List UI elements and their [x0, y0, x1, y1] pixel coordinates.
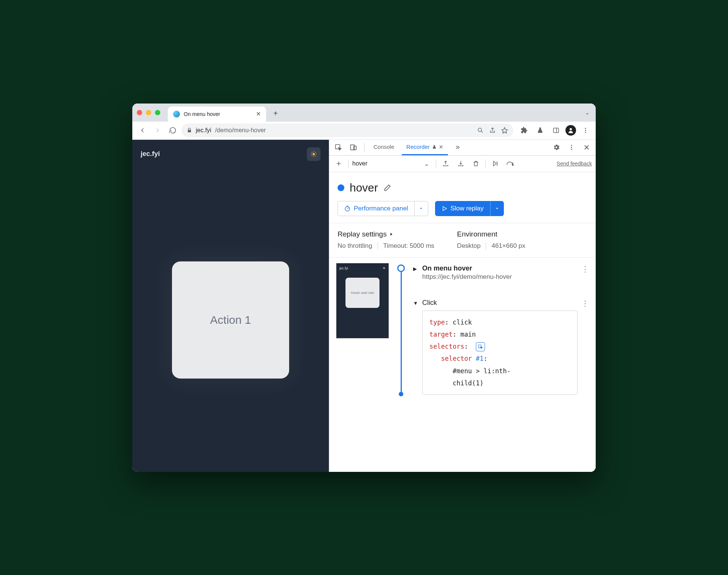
- rendered-page: jec.fyi Action 1: [132, 140, 329, 472]
- viewport-value: 461×660 px: [491, 242, 525, 250]
- tab-active[interactable]: On menu hover ✕: [168, 107, 266, 122]
- close-window-icon[interactable]: [137, 110, 142, 115]
- slow-replay-button[interactable]: Slow replay: [435, 201, 490, 216]
- toolbar-right: [516, 124, 592, 137]
- recording-title: hover: [350, 181, 378, 194]
- zoom-icon[interactable]: [477, 127, 484, 134]
- selector-picker-icon[interactable]: [476, 342, 485, 351]
- recording-selector[interactable]: hover ⌄: [352, 160, 432, 167]
- inspect-element-icon[interactable]: [332, 141, 344, 153]
- devtools-panel: Console Recorder ✕ hover ⌄: [329, 140, 596, 472]
- more-tabs-icon[interactable]: [451, 141, 463, 153]
- import-icon[interactable]: [455, 158, 466, 169]
- sidepanel-icon[interactable]: [550, 124, 562, 137]
- profile-avatar[interactable]: [565, 125, 576, 136]
- step-click-details: type: click target: main selectors: sele…: [422, 311, 578, 395]
- timeline-dot-icon: [399, 392, 403, 396]
- svg-point-0: [478, 128, 482, 131]
- device-value: Desktop: [457, 242, 480, 250]
- replay-dropdown[interactable]: [490, 201, 504, 216]
- svg-point-3: [585, 128, 586, 129]
- caret-right-icon: ▶: [413, 264, 418, 272]
- forward-button[interactable]: [151, 124, 164, 137]
- action-card[interactable]: Action 1: [172, 261, 289, 379]
- tab-console[interactable]: Console: [369, 140, 399, 155]
- step-menu-icon[interactable]: ⋮: [581, 264, 589, 274]
- svg-point-12: [571, 149, 572, 150]
- minimize-window-icon[interactable]: [146, 110, 151, 115]
- devtools-tabs: Console Recorder ✕: [329, 140, 596, 156]
- settings-section: Replay settings No throttling Timeout: 5…: [329, 223, 596, 258]
- performance-button-group: Performance panel: [338, 201, 428, 216]
- svg-point-13: [512, 164, 513, 165]
- timeline-start-icon: [397, 264, 405, 272]
- theme-toggle-button[interactable]: [307, 147, 321, 161]
- performance-panel-button[interactable]: Performance panel: [338, 201, 415, 216]
- share-icon[interactable]: [489, 127, 496, 134]
- step-navigation[interactable]: ▶ On menu hover https://jec.fyi/demo/men…: [413, 263, 589, 282]
- omnibox-actions: [477, 127, 508, 134]
- close-devtools-icon[interactable]: [581, 141, 593, 153]
- svg-point-2: [570, 128, 572, 130]
- bookmark-icon[interactable]: [501, 127, 508, 134]
- steps-section: jec.fyi☀ Hover over me! ▶ On menu hover: [329, 258, 596, 472]
- throttling-value: No throttling: [338, 242, 372, 250]
- performance-dropdown[interactable]: [415, 201, 428, 216]
- environment-heading: Environment: [457, 230, 525, 238]
- labs-icon[interactable]: [534, 124, 547, 137]
- site-brand: jec.fyi: [141, 150, 160, 158]
- replay-settings-heading[interactable]: Replay settings: [338, 230, 434, 238]
- extensions-icon[interactable]: [518, 124, 531, 137]
- step-menu-icon[interactable]: ⋮: [581, 299, 589, 308]
- svg-point-6: [313, 153, 315, 155]
- continue-icon[interactable]: [505, 158, 516, 169]
- browser-toolbar: jec.fyi/demo/menu-hover: [132, 122, 596, 140]
- browser-window: On menu hover ✕ + ⌄ jec.fyi/demo/menu-ho…: [132, 104, 596, 472]
- timeout-value: Timeout: 5000 ms: [383, 242, 434, 250]
- svg-point-5: [585, 132, 586, 133]
- tabs-dropdown-icon[interactable]: ⌄: [585, 110, 590, 116]
- delete-icon[interactable]: [470, 158, 482, 169]
- send-feedback-link[interactable]: Send feedback: [557, 161, 592, 167]
- url-domain: jec.fyi: [196, 127, 211, 134]
- reload-button[interactable]: [166, 124, 179, 137]
- chrome-menu-icon[interactable]: [579, 124, 592, 137]
- recorder-toolbar: hover ⌄ Send feedback: [329, 156, 596, 172]
- url-path: /demo/menu-hover: [215, 127, 266, 134]
- lock-icon: [187, 128, 192, 133]
- edit-title-icon[interactable]: [383, 184, 392, 192]
- screenshot-thumbnail[interactable]: jec.fyi☀ Hover over me!: [336, 263, 389, 339]
- page-header: jec.fyi: [132, 140, 329, 168]
- tab-strip: On menu hover ✕ + ⌄: [132, 104, 596, 122]
- step-icon[interactable]: [489, 158, 501, 169]
- content-split: jec.fyi Action 1 Console Recorder ✕: [132, 140, 596, 472]
- replay-button-group: Slow replay: [435, 201, 504, 216]
- step-nav-url: https://jec.fyi/demo/menu-hover: [422, 273, 578, 281]
- close-panel-icon[interactable]: ✕: [439, 144, 443, 150]
- step-click[interactable]: ▼ Click type: click target: main selecto…: [413, 297, 589, 397]
- svg-point-4: [585, 130, 586, 131]
- new-tab-button[interactable]: +: [269, 107, 282, 120]
- caret-down-icon: ▼: [413, 299, 418, 306]
- record-indicator-icon: [338, 184, 344, 191]
- step-click-title: Click: [422, 299, 578, 307]
- settings-icon[interactable]: [550, 141, 562, 153]
- devtools-menu-icon[interactable]: [565, 141, 578, 153]
- device-toolbar-icon[interactable]: [347, 141, 359, 153]
- svg-rect-1: [553, 128, 559, 133]
- close-tab-icon[interactable]: ✕: [256, 110, 261, 117]
- address-bar[interactable]: jec.fyi/demo/menu-hover: [181, 124, 513, 137]
- timeline: [396, 263, 406, 397]
- maximize-window-icon[interactable]: [155, 110, 160, 115]
- tab-recorder[interactable]: Recorder ✕: [402, 140, 448, 155]
- step-nav-title: On menu hover: [422, 264, 578, 272]
- page-body: Action 1: [132, 168, 329, 472]
- svg-point-11: [571, 147, 572, 148]
- svg-point-10: [571, 145, 572, 146]
- selector-caret-icon: ⌄: [424, 160, 429, 167]
- recording-header: hover Performance panel Slow: [329, 172, 596, 223]
- export-icon[interactable]: [440, 158, 451, 169]
- new-recording-button[interactable]: [333, 158, 344, 169]
- caret-right-icon: [389, 232, 393, 236]
- back-button[interactable]: [136, 124, 149, 137]
